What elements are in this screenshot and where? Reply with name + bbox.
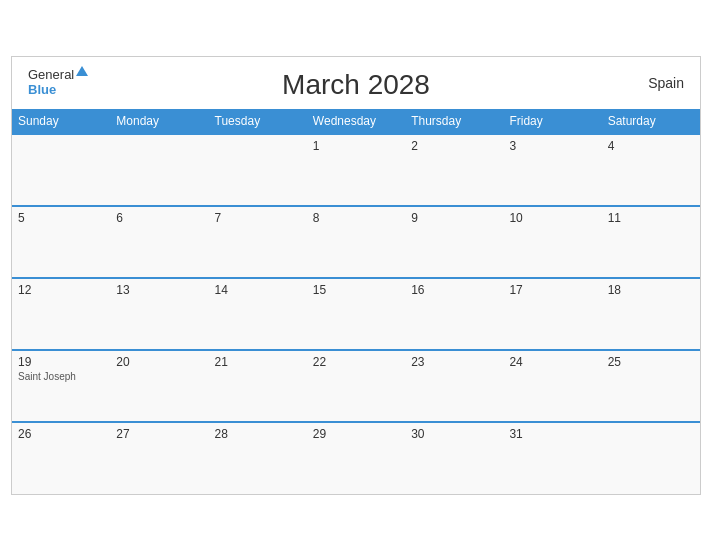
date-number: 12	[18, 283, 104, 297]
calendar-cell: 7	[209, 206, 307, 278]
calendar-week-row: 1234	[12, 134, 700, 206]
date-number: 20	[116, 355, 202, 369]
calendar-grid: Sunday Monday Tuesday Wednesday Thursday…	[12, 109, 700, 494]
calendar-cell: 23	[405, 350, 503, 422]
calendar-cell: 24	[503, 350, 601, 422]
calendar-cell: 4	[602, 134, 700, 206]
date-number: 31	[509, 427, 595, 441]
calendar-cell: 21	[209, 350, 307, 422]
calendar-cell: 27	[110, 422, 208, 494]
date-number: 18	[608, 283, 694, 297]
date-number: 13	[116, 283, 202, 297]
header-sunday: Sunday	[12, 109, 110, 134]
header-thursday: Thursday	[405, 109, 503, 134]
calendar-cell: 31	[503, 422, 601, 494]
header-friday: Friday	[503, 109, 601, 134]
calendar-week-row: 262728293031	[12, 422, 700, 494]
calendar-cell: 2	[405, 134, 503, 206]
date-number: 17	[509, 283, 595, 297]
calendar-week-row: 19Saint Joseph202122232425	[12, 350, 700, 422]
country-label: Spain	[648, 75, 684, 91]
calendar-container: General Blue March 2028 Spain Sunday Mon…	[11, 56, 701, 495]
date-number: 1	[313, 139, 399, 153]
calendar-cell	[12, 134, 110, 206]
days-header-row: Sunday Monday Tuesday Wednesday Thursday…	[12, 109, 700, 134]
calendar-week-row: 12131415161718	[12, 278, 700, 350]
calendar-cell: 3	[503, 134, 601, 206]
calendar-cell: 29	[307, 422, 405, 494]
calendar-cell: 20	[110, 350, 208, 422]
calendar-cell: 15	[307, 278, 405, 350]
calendar-cell: 6	[110, 206, 208, 278]
date-number: 22	[313, 355, 399, 369]
date-number: 10	[509, 211, 595, 225]
date-number: 27	[116, 427, 202, 441]
calendar-cell: 14	[209, 278, 307, 350]
header-tuesday: Tuesday	[209, 109, 307, 134]
calendar-cell: 8	[307, 206, 405, 278]
date-number: 26	[18, 427, 104, 441]
calendar-cell: 12	[12, 278, 110, 350]
date-number: 19	[18, 355, 104, 369]
date-number: 2	[411, 139, 497, 153]
date-number: 25	[608, 355, 694, 369]
date-number: 23	[411, 355, 497, 369]
calendar-cell: 13	[110, 278, 208, 350]
calendar-cell: 17	[503, 278, 601, 350]
logo-general-text: General	[28, 67, 74, 83]
date-number: 11	[608, 211, 694, 225]
calendar-week-row: 567891011	[12, 206, 700, 278]
date-number: 4	[608, 139, 694, 153]
calendar-cell: 28	[209, 422, 307, 494]
calendar-cell: 19Saint Joseph	[12, 350, 110, 422]
calendar-cell: 11	[602, 206, 700, 278]
calendar-cell: 18	[602, 278, 700, 350]
calendar-title: March 2028	[282, 69, 430, 101]
calendar-cell: 16	[405, 278, 503, 350]
date-number: 5	[18, 211, 104, 225]
date-number: 8	[313, 211, 399, 225]
calendar-cell	[209, 134, 307, 206]
logo-triangle-icon	[76, 66, 88, 76]
holiday-label: Saint Joseph	[18, 371, 104, 382]
logo-blue-text: Blue	[28, 82, 74, 98]
date-number: 3	[509, 139, 595, 153]
date-number: 7	[215, 211, 301, 225]
date-number: 16	[411, 283, 497, 297]
calendar-cell: 22	[307, 350, 405, 422]
calendar-cell: 10	[503, 206, 601, 278]
calendar-cell: 1	[307, 134, 405, 206]
date-number: 15	[313, 283, 399, 297]
date-number: 28	[215, 427, 301, 441]
logo: General Blue	[28, 67, 88, 98]
date-number: 6	[116, 211, 202, 225]
header-monday: Monday	[110, 109, 208, 134]
date-number: 30	[411, 427, 497, 441]
date-number: 29	[313, 427, 399, 441]
calendar-cell	[602, 422, 700, 494]
calendar-cell: 9	[405, 206, 503, 278]
calendar-cell	[110, 134, 208, 206]
calendar-cell: 25	[602, 350, 700, 422]
date-number: 21	[215, 355, 301, 369]
calendar-cell: 5	[12, 206, 110, 278]
calendar-cell: 26	[12, 422, 110, 494]
date-number: 14	[215, 283, 301, 297]
calendar-cell: 30	[405, 422, 503, 494]
date-number: 9	[411, 211, 497, 225]
header-saturday: Saturday	[602, 109, 700, 134]
header-wednesday: Wednesday	[307, 109, 405, 134]
date-number: 24	[509, 355, 595, 369]
calendar-header: General Blue March 2028 Spain	[12, 57, 700, 109]
